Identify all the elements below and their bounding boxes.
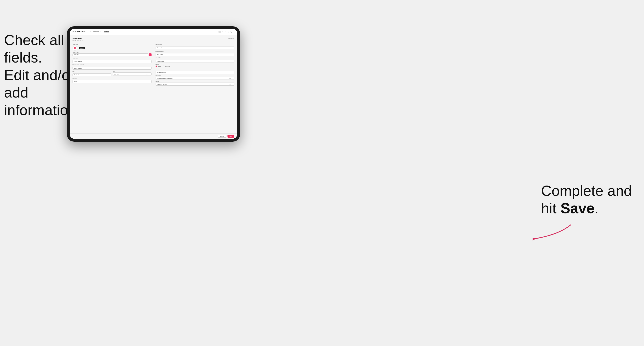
state-clear-icon[interactable]: ✕ [146, 73, 147, 75]
region-select-value: Region II - (M) DIII [157, 84, 229, 85]
state-label: State [113, 71, 152, 72]
gender-womens-label: Womens [165, 66, 170, 67]
athletic-director-input[interactable] [156, 60, 234, 63]
team-colour-field: Team colour [72, 52, 152, 56]
head-coach-field: Head Coach [156, 44, 234, 49]
upload-button[interactable]: Upload [78, 47, 85, 49]
gender-field: Gender Mens Womens [156, 64, 234, 67]
city-input[interactable] [72, 73, 112, 76]
page-header: Create Team Cancel ✕ [72, 37, 234, 39]
region-field: Region Region II - (M) DIII ✕ ▾ [156, 81, 234, 86]
display-name-label: Display name (unique) [72, 64, 152, 65]
city-field: City [72, 71, 112, 76]
nav-links: TOURNAMENTS TEAMS [90, 31, 218, 33]
nav-right: Test User | Sign out [218, 31, 234, 33]
form-left: Team logo C Upload Team colour [72, 44, 152, 87]
footer-save-button[interactable]: Save [228, 135, 234, 138]
screen: SCOREBOARD Powered by clippd TOURNAMENTS… [70, 29, 237, 139]
conference-chevron-icon[interactable]: ▾ [230, 78, 231, 79]
form-columns: Team logo C Upload Team colour [72, 44, 234, 87]
pipe: | [228, 31, 229, 32]
conference-select[interactable]: University Athletic Association ✕ ▾ [156, 77, 234, 80]
athletic-director-label: Athletic Director [156, 57, 234, 58]
brand-subtitle: Powered by clippd [72, 32, 86, 33]
sign-out-link[interactable]: Sign out [230, 31, 234, 32]
brand: SCOREBOARD Powered by clippd [72, 30, 86, 33]
gender-womens-radio[interactable] [163, 66, 164, 67]
gender-mens-radio[interactable] [156, 66, 157, 67]
state-chevron-icon[interactable]: ▾ [148, 73, 148, 75]
gender-label: Gender [156, 64, 234, 65]
form-content: Create Team Cancel ✕ TEAM DETAILS Team l… [70, 35, 237, 133]
city-state-row: City State New York ✕ ▾ [72, 71, 152, 76]
team-colour-label: Team colour [72, 52, 152, 53]
state-select[interactable]: New York ✕ ▾ [113, 72, 152, 75]
region-select[interactable]: Region II - (M) DIII ✕ ▾ [156, 83, 234, 86]
division-select[interactable]: NCAA Division III [156, 71, 234, 74]
assistant-coach-label: Assistant Coach [156, 51, 234, 52]
assistant-coach-field: Assistant Coach [156, 51, 234, 56]
team-name-label: Team name [72, 57, 152, 59]
gender-mens-option[interactable]: Mens [156, 66, 161, 67]
navbar: SCOREBOARD Powered by clippd TOURNAMENTS… [70, 29, 237, 35]
head-coach-label: Head Coach [156, 44, 234, 45]
user-name: Test User [222, 31, 227, 32]
gender-radio-group: Mens Womens [156, 66, 234, 67]
conference-field: Conference University Athletic Associati… [156, 75, 234, 80]
city-label: City [72, 71, 112, 72]
team-name-field: Team name [72, 57, 152, 63]
region-chevron-icon[interactable]: ▾ [230, 84, 231, 85]
section-label: TEAM DETAILS [72, 40, 234, 42]
division-label: Division [156, 68, 234, 70]
colour-swatch [149, 53, 152, 56]
team-logo-label: Team logo [72, 44, 152, 45]
zip-input[interactable] [72, 80, 152, 83]
state-field: State New York ✕ ▾ [113, 71, 152, 76]
gender-mens-label: Mens [158, 66, 161, 67]
team-colour-input[interactable] [72, 53, 148, 56]
nav-teams[interactable]: TEAMS [104, 31, 109, 33]
region-clear-icon[interactable]: ✕ [229, 83, 230, 85]
tablet-device: SCOREBOARD Powered by clippd TOURNAMENTS… [67, 26, 240, 142]
state-select-value: New York [114, 73, 146, 75]
form-footer: Cancel Save [70, 133, 237, 139]
cancel-x-button[interactable]: Cancel ✕ [228, 37, 234, 39]
logo-circle: C [72, 46, 78, 51]
zip-label: Zip code [72, 77, 152, 79]
region-label: Region [156, 81, 234, 82]
division-select-wrapper: NCAA Division III ▾ [156, 70, 234, 74]
logo-row: C Upload [72, 46, 152, 51]
assistant-coach-input[interactable] [156, 53, 234, 56]
page-title: Create Team [72, 37, 82, 39]
brand-title: SCOREBOARD [72, 30, 86, 32]
display-name-field: Display name (unique) [72, 64, 152, 70]
display-name-input[interactable] [72, 67, 152, 70]
form-right: Head Coach Assistant Coach Athletic Dire… [156, 44, 234, 87]
division-field: Division NCAA Division III ▾ [156, 68, 234, 74]
conference-clear-icon[interactable]: ✕ [229, 77, 230, 79]
colour-row [72, 53, 152, 56]
conference-select-value: University Athletic Association [157, 78, 229, 79]
team-logo-section: Team logo C Upload [72, 44, 152, 51]
athletic-director-field: Athletic Director [156, 57, 234, 63]
footer-cancel-button[interactable]: Cancel [218, 135, 226, 138]
conference-label: Conference [156, 75, 234, 76]
head-coach-input[interactable] [156, 46, 234, 49]
zip-field: Zip code [72, 77, 152, 83]
user-avatar [218, 31, 221, 33]
gender-womens-option[interactable]: Womens [163, 66, 170, 67]
nav-tournaments[interactable]: TOURNAMENTS [90, 31, 101, 33]
arrow-right [532, 223, 573, 243]
team-name-input[interactable] [72, 60, 152, 63]
annotation-right: Complete and hit Save. [541, 182, 632, 217]
